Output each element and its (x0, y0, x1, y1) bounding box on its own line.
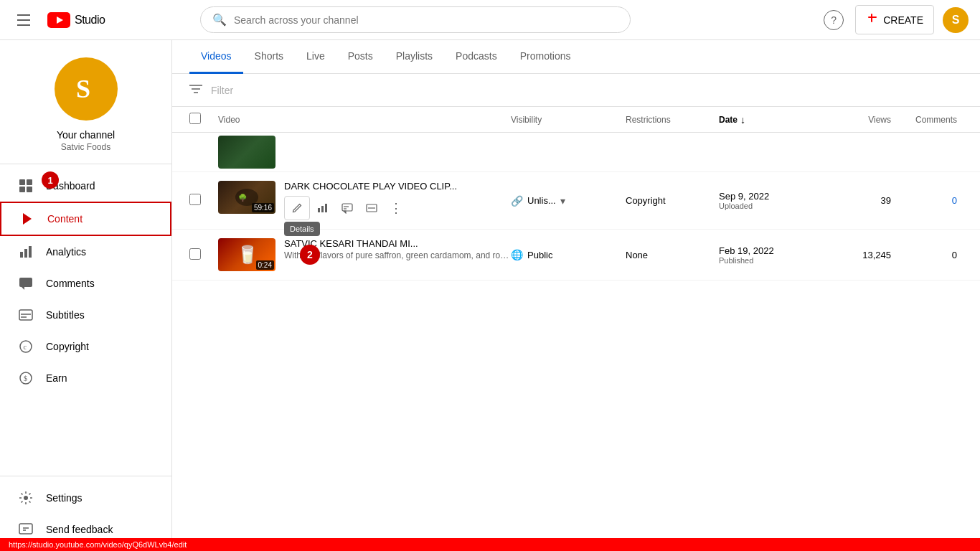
video-actions-1: Details ⋮ (284, 196, 511, 220)
tooltip-details-1: Details (284, 222, 320, 236)
create-plus-icon (866, 11, 879, 28)
video-duration-1: 59:16 (252, 203, 274, 212)
tab-posts[interactable]: Posts (336, 40, 385, 74)
badge-2: 2 (300, 245, 320, 265)
help-button[interactable]: ? (821, 7, 847, 33)
header: Studio 🔍 ? CREATE S (0, 0, 980, 40)
tab-shorts[interactable]: Shorts (243, 40, 295, 74)
sidebar-item-earn[interactable]: $ Earn (0, 362, 171, 394)
tab-videos[interactable]: Videos (189, 40, 243, 74)
header-left: Studio (11, 9, 105, 32)
svg-marker-9 (23, 213, 32, 225)
avatar[interactable]: S (943, 7, 969, 33)
create-button[interactable]: CREATE (855, 5, 934, 34)
sidebar-item-content[interactable]: Content (0, 202, 171, 236)
header-date[interactable]: Date ↓ (719, 114, 819, 126)
sidebar-item-analytics[interactable]: Analytics (0, 236, 171, 268)
sidebar-item-settings[interactable]: Settings (0, 482, 171, 514)
sidebar-item-comments[interactable]: Comments (0, 268, 171, 299)
studio-label: Studio (75, 14, 105, 27)
table-row-partial (172, 133, 980, 172)
sidebar-item-label-copyright: Copyright (46, 341, 89, 352)
row-2-checkbox[interactable] (189, 248, 218, 262)
svg-rect-5 (19, 179, 25, 185)
earn-icon: $ (17, 369, 34, 387)
more-button-1[interactable]: ⋮ (385, 197, 407, 220)
badge-1: 1 (42, 171, 59, 189)
subtitles-icon (17, 306, 34, 324)
tab-live[interactable]: Live (295, 40, 336, 74)
sidebar-item-label-earn: Earn (46, 372, 67, 384)
filter-icon (189, 83, 202, 98)
views-cell-1: 39 (819, 195, 891, 206)
svg-rect-13 (19, 278, 32, 287)
date-sub-1: Uploaded (719, 202, 819, 210)
date-cell-2: Feb 19, 2022 Published (719, 245, 819, 265)
create-label: CREATE (883, 14, 923, 26)
sidebar-item-label-send-feedback: Send feedback (46, 524, 113, 535)
svg-text:$: $ (24, 375, 27, 382)
comments-button-1[interactable] (336, 197, 359, 220)
search-bar[interactable]: 🔍 (200, 6, 631, 33)
svg-rect-7 (19, 187, 25, 192)
main-content: Videos Shorts Live Posts Playlists Podca… (172, 40, 980, 551)
help-icon: ? (824, 10, 844, 30)
comments-icon (17, 275, 34, 292)
search-input[interactable] (234, 14, 618, 26)
header-restrictions: Restrictions (626, 115, 719, 125)
tab-podcasts[interactable]: Podcasts (444, 40, 509, 74)
content-icon (19, 210, 36, 227)
svg-text:S: S (76, 75, 90, 103)
svg-rect-11 (24, 249, 27, 258)
sidebar-item-copyright[interactable]: c Copyright (0, 331, 171, 362)
video-info-1: DARK CHOCOLATE PLAY VIDEO CLIP... Detail… (284, 181, 511, 220)
analytics-icon (17, 243, 34, 260)
svg-rect-10 (20, 252, 23, 258)
analytics-button-1[interactable] (311, 197, 334, 220)
video-title-2: SATVIC KESARI THANDAI MI... (284, 238, 511, 249)
menu-icon[interactable] (11, 9, 36, 32)
search-icon: 🔍 (212, 13, 227, 27)
video-thumb-partial (218, 136, 275, 169)
svg-marker-37 (344, 211, 346, 213)
header-views: Views (819, 115, 891, 125)
row-1-checkbox[interactable] (189, 194, 218, 207)
video-thumb-1: 🌳 59:16 (218, 181, 275, 214)
edit-button-1[interactable] (284, 196, 310, 220)
logo[interactable]: Studio (47, 12, 105, 28)
youtube-icon (47, 12, 70, 28)
tab-playlists[interactable]: Playlists (385, 40, 444, 74)
svg-rect-12 (29, 246, 32, 258)
restrictions-cell-2: None (626, 250, 719, 260)
svg-text:🥛: 🥛 (237, 244, 258, 265)
sidebar-item-label-content: Content (47, 213, 83, 225)
channel-name: Your channel (57, 129, 115, 141)
visibility-text-1: Unlis... (527, 195, 556, 206)
header-comments: Comments (891, 115, 963, 125)
visibility-cell-1: 🔗 Unlis... ▾ (511, 195, 626, 207)
status-url: https://studio.youtube.com/video/qyQ6dWL… (9, 540, 187, 549)
sidebar: S Your channel Satvic Foods Dashboard 1 … (0, 40, 172, 551)
sidebar-item-subtitles[interactable]: Subtitles (0, 299, 171, 331)
svg-rect-31 (318, 208, 320, 212)
subtitles-button-1[interactable] (360, 197, 383, 220)
svg-rect-8 (27, 187, 32, 192)
visibility-globe-icon: 🌐 (511, 249, 523, 260)
visibility-cell-2: 🌐 Public (511, 249, 626, 260)
date-main-1: Sep 9, 2022 (719, 191, 819, 202)
settings-icon (17, 489, 34, 507)
svg-rect-34 (342, 204, 352, 211)
sort-arrow-icon: ↓ (740, 114, 745, 126)
visibility-dropdown-1[interactable]: ▾ (560, 195, 565, 207)
sidebar-item-label-settings: Settings (46, 492, 83, 504)
svg-rect-6 (27, 179, 32, 185)
restrictions-cell-1: Copyright (626, 195, 719, 206)
svg-rect-32 (321, 206, 324, 212)
channel-avatar[interactable]: S (55, 57, 118, 121)
header-visibility: Visibility (511, 115, 626, 125)
select-all-checkbox[interactable] (189, 113, 201, 124)
feedback-icon (17, 521, 34, 538)
sidebar-item-dashboard[interactable]: Dashboard 1 (0, 170, 171, 202)
svg-point-22 (24, 496, 28, 500)
tab-promotions[interactable]: Promotions (509, 40, 583, 74)
